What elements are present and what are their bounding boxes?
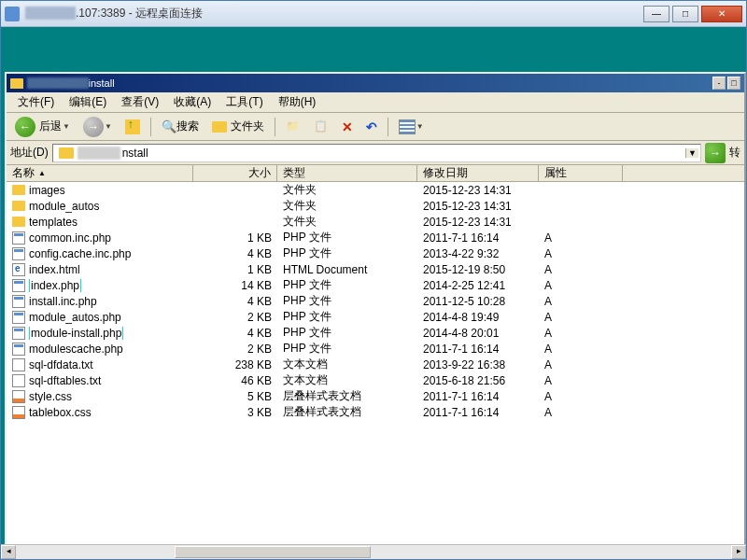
scroll-right-button[interactable]: ▸ [731,545,746,559]
exp-maximize-button[interactable]: □ [727,77,740,90]
css-icon [12,390,25,403]
scroll-track[interactable] [16,545,731,559]
views-icon [399,119,416,134]
file-attr: A [539,263,623,276]
file-type: 层叠样式表文档 [277,388,417,404]
file-size: 4 KB [193,327,277,340]
file-type: 文件夹 [277,182,417,198]
file-row[interactable]: tablebox.css3 KB层叠样式表文档2011-7-1 16:14A [7,404,744,420]
up-button[interactable] [120,117,145,137]
menu-file[interactable]: 文件(F) [10,92,62,112]
file-row[interactable]: sql-dfdata.txt238 KB文本文档2013-9-22 16:38A [7,357,744,372]
forward-button[interactable]: → ▼ [78,114,117,140]
up-folder-icon [125,119,140,134]
chevron-down-icon: ▼ [416,122,424,131]
menu-view[interactable]: 查看(V) [114,92,166,112]
menu-edit[interactable]: 编辑(E) [62,92,114,112]
file-attr: A [539,343,623,356]
menu-help[interactable]: 帮助(H) [271,92,324,112]
file-name: module-install.php [29,327,123,340]
file-name: install.inc.php [29,295,97,308]
col-header-date[interactable]: 修改日期 [417,165,539,181]
maximize-button[interactable]: □ [672,6,698,22]
chevron-down-icon: ▼ [105,122,112,131]
file-type: 层叠样式表文档 [277,404,417,420]
file-row[interactable]: sql-dftables.txt46 KB文本文档2015-6-18 21:56… [7,372,744,388]
txt-icon [12,358,25,371]
path-obscured: x [27,77,89,89]
file-name: sql-dftables.txt [29,374,101,387]
file-name: common.inc.php [29,231,111,245]
file-row[interactable]: module-install.php4 KBPHP 文件2014-4-8 20:… [7,325,744,341]
file-attr: A [539,311,623,324]
views-button[interactable]: ▼ [394,117,429,137]
file-type: 文件夹 [277,198,417,214]
address-label: 地址(D) [10,145,49,161]
folder-icon [10,78,23,89]
php-icon [12,311,25,324]
col-header-type[interactable]: 类型 [277,165,417,181]
menu-favorites[interactable]: 收藏(A) [166,92,218,112]
file-row[interactable]: common.inc.php1 KBPHP 文件2011-7-1 16:14A [7,230,744,245]
folder-icon [59,147,74,159]
php-icon [12,279,25,292]
scroll-left-button[interactable]: ◂ [1,545,16,559]
file-row[interactable]: templates文件夹2015-12-23 14:31 [7,214,744,230]
folders-button[interactable]: 文件夹 [207,116,269,137]
separator [388,118,388,136]
rdp-titlebar[interactable]: xxx.107:3389 - 远程桌面连接 — □ ✕ [1,1,746,27]
scroll-thumb[interactable] [175,546,371,558]
menu-tools[interactable]: 工具(T) [218,92,270,112]
file-row[interactable]: index.html1 KBHTML Document2015-12-19 8:… [7,261,744,277]
file-row[interactable]: index.php14 KBPHP 文件2014-2-25 12:41A [7,277,744,293]
file-size: 238 KB [193,358,277,371]
file-row[interactable]: module_autos.php2 KBPHP 文件2014-4-8 19:49… [7,309,744,325]
file-list[interactable]: images文件夹2015-12-23 14:31module_autos文件夹… [7,182,744,553]
file-attr: A [539,231,623,245]
file-attr: A [539,358,623,371]
file-attr: A [539,295,623,308]
file-name: module_autos.php [29,311,121,324]
file-date: 2013-4-22 9:32 [417,247,539,260]
file-date: 2015-12-19 8:50 [417,263,539,276]
file-row[interactable]: install.inc.php4 KBPHP 文件2011-12-5 10:28… [7,293,744,309]
minimize-button[interactable]: — [643,6,669,22]
close-button[interactable]: ✕ [701,6,742,22]
back-label: 后退 [39,119,62,134]
file-row[interactable]: style.css5 KB层叠样式表文档2011-7-1 16:14A [7,388,744,404]
back-button[interactable]: ← 后退 ▼ [10,114,75,140]
file-date: 2011-12-5 10:28 [417,295,539,308]
delete-x-icon: ✕ [342,119,353,134]
separator [275,118,275,136]
undo-button[interactable]: ↶ [361,117,382,137]
rdp-title: xxx.107:3389 - 远程桌面连接 [25,6,643,21]
copy-to-button[interactable]: 📋 [309,117,333,137]
col-header-size[interactable]: 大小 [193,165,277,181]
delete-button[interactable]: ✕ [337,117,358,137]
file-row[interactable]: images文件夹2015-12-23 14:31 [7,182,744,198]
file-type: PHP 文件 [277,341,417,357]
forward-arrow-icon: → [83,117,104,137]
file-name: module_autos [29,200,99,213]
file-row[interactable]: modulescache.php2 KBPHP 文件2011-7-1 16:14… [7,341,744,357]
go-button[interactable]: → [705,143,726,163]
col-header-attr[interactable]: 属性 [539,165,623,181]
file-size: 2 KB [193,311,277,324]
search-button[interactable]: 搜索 [157,116,204,137]
address-input[interactable]: x nstall ▼ [52,144,701,162]
move-to-button[interactable]: 📁 [281,117,305,137]
file-type: PHP 文件 [277,230,417,245]
undo-icon: ↶ [366,119,377,134]
file-name: style.css [29,390,72,403]
file-row[interactable]: config.cache.inc.php4 KBPHP 文件2013-4-22 … [7,245,744,261]
explorer-titlebar[interactable]: x install - □ [7,74,744,92]
rdp-icon [5,7,20,21]
exp-minimize-button[interactable]: - [712,77,726,90]
address-dropdown-button[interactable]: ▼ [685,148,698,158]
php-icon [12,231,25,245]
file-size: 4 KB [193,247,277,260]
explorer-menubar: 文件(F) 编辑(E) 查看(V) 收藏(A) 工具(T) 帮助(H) [7,92,744,113]
file-row[interactable]: module_autos文件夹2015-12-23 14:31 [7,198,744,214]
col-header-name[interactable]: 名称▲ [7,165,193,181]
explorer-toolbar: ← 后退 ▼ → ▼ 搜索 文件夹 📁 [7,113,744,141]
